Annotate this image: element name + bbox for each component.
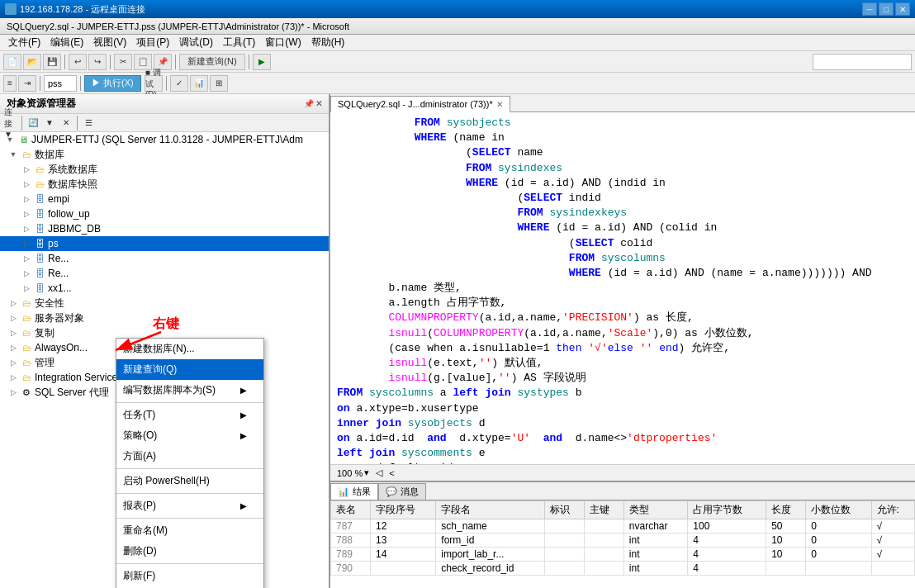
ctx-policy[interactable]: 策略(O) ▶ [116, 425, 263, 446]
undo-btn[interactable]: ↩ [69, 54, 87, 70]
cell-f1: 13 [371, 533, 436, 548]
open-btn[interactable]: 📂 [23, 54, 41, 70]
re2-expander: ▷ [20, 267, 33, 280]
parse-btn[interactable]: ✓ [170, 75, 188, 92]
format-btn[interactable]: ≡ [3, 75, 17, 92]
oe-close-icon[interactable]: ✕ [315, 99, 322, 108]
redo-btn[interactable]: ↪ [88, 54, 107, 70]
ctx-new-db[interactable]: 新建数据库(N)... [116, 339, 263, 359]
tree-db-snapshot[interactable]: ▷ 🗁 数据库快照 [0, 177, 329, 192]
close-btn[interactable]: ✕ [895, 2, 910, 16]
oe-connect-btn[interactable]: 连接▼ [3, 116, 18, 130]
jbbmc-expander: ▷ [20, 222, 33, 235]
sep3 [175, 55, 176, 69]
cell-f9: √ [871, 548, 915, 562]
main-area: 对象资源管理器 📌 ✕ 连接▼ 🔄 ▼ ✕ ☰ ▼ 🖥 JUMPER-ETTJ … [0, 94, 915, 588]
ctx-reports[interactable]: 报表(P) ▶ [116, 496, 263, 516]
menu-file[interactable]: 文件(F) [3, 34, 45, 51]
scroll-left-btn[interactable]: ◁ [376, 467, 382, 478]
results-tbody: 787 12 sch_name nvarchar 100 50 0 √ [331, 519, 915, 576]
tab-close-icon[interactable]: ✕ [496, 100, 503, 109]
tree-server-objects[interactable]: ▷ 🗁 服务器对象 [0, 311, 329, 325]
ctx-script-db[interactable]: 编写数据库脚本为(S) ▶ [116, 380, 263, 401]
cell-f5: nvarchar [623, 519, 688, 533]
tree-follow-up[interactable]: ▷ 🗄 follow_up [0, 206, 329, 221]
jbbmc-db-icon: 🗄 [33, 222, 46, 235]
grid-btn[interactable]: ⊞ [210, 75, 228, 92]
sql-line: WHERE (id = a.id) AND (colid in [337, 220, 908, 235]
main-toolbar-2: ≡ ⇥ pss ▶ 执行(X) ■ 调试(D) ✓ 📊 ⊞ [0, 73, 915, 94]
ctx-tasks[interactable]: 任务(T) ▶ [116, 405, 263, 425]
tree-ps[interactable]: ▷ 🗄 ps [0, 236, 329, 251]
menu-project[interactable]: 项目(P) [131, 34, 174, 51]
save-btn[interactable]: 💾 [43, 54, 61, 70]
table-row[interactable]: 787 12 sch_name nvarchar 100 50 0 √ [331, 519, 915, 533]
tree-server[interactable]: ▼ 🖥 JUMPER-ETTJ (SQL Server 11.0.3128 - … [0, 132, 329, 147]
cell-f6: 4 [688, 533, 766, 548]
tree-re1[interactable]: ▷ 🗄 Re... [0, 251, 329, 266]
ctx-facets[interactable]: 方面(A) [116, 446, 263, 467]
security-label: 安全性 [35, 296, 64, 311]
table-row[interactable]: 789 14 import_lab_r... int 4 10 0 √ [331, 548, 915, 562]
cell-f4 [584, 533, 623, 548]
mgmt-icon: 🗁 [20, 356, 33, 369]
oe-clear-btn[interactable]: ✕ [59, 116, 73, 130]
run-btn[interactable]: ▶ [253, 54, 271, 70]
server-obj-expander: ▷ [7, 311, 20, 325]
results-grid[interactable]: 表名 字段序号 字段名 标识 主键 类型 占用字节数 长度 小数位数 允许: [330, 500, 915, 588]
tab-messages[interactable]: 💬 消息 [378, 483, 426, 500]
oe-options-btn[interactable]: ☰ [81, 116, 96, 130]
ctx-new-query[interactable]: 新建查询(Q) [116, 359, 263, 380]
results-btn[interactable]: 📊 [190, 75, 208, 92]
scroll-indicator: < [389, 468, 394, 478]
menu-tools[interactable]: 工具(T) [218, 34, 260, 51]
tab-bar: SQLQuery2.sql - J...dministrator (73))* … [330, 94, 915, 112]
maximize-btn[interactable]: □ [879, 2, 894, 16]
db-dropdown[interactable]: pss [44, 75, 77, 92]
zoom-dropdown-icon[interactable]: ▾ [364, 467, 369, 478]
ctx-sep2 [116, 468, 263, 469]
menu-edit[interactable]: 编辑(E) [45, 34, 88, 51]
zoom-value: 100 % [337, 468, 363, 478]
search-dropdown[interactable] [813, 54, 912, 70]
ctx-refresh[interactable]: 刷新(F) [116, 566, 263, 586]
stop-btn[interactable]: ■ 调试(D) [145, 75, 163, 92]
tree-security[interactable]: ▷ 🗁 安全性 [0, 296, 329, 311]
tree-system-db[interactable]: ▷ 🗁 系统数据库 [0, 162, 329, 177]
sql-line: WHERE (id = a.id) AND (name = a.name))))… [337, 266, 908, 281]
re1-label: Re... [48, 253, 69, 264]
menu-debug[interactable]: 调试(D) [174, 34, 218, 51]
zoom-control[interactable]: 100 % ▾ [337, 467, 369, 478]
tree-empi[interactable]: ▷ 🗄 empi [0, 192, 329, 206]
tree-re2[interactable]: ▷ 🗄 Re... [0, 266, 329, 281]
sql-editor[interactable]: FROM sysobjects WHERE (name in (SELECT n… [330, 112, 915, 464]
sql-line: COLUMNPROPERTY(a.id,a.name,'PRECISION') … [337, 311, 908, 325]
tree-xx1[interactable]: ▷ 🗄 xx1... [0, 281, 329, 296]
sql-line: WHERE (name in [337, 130, 908, 145]
databases-expander: ▼ [7, 148, 20, 161]
ctx-delete[interactable]: 删除(D) [116, 541, 263, 562]
ctx-powershell[interactable]: 启动 PowerShell(H) [116, 471, 263, 491]
tab-results[interactable]: 📊 结果 [330, 483, 378, 500]
execute-btn[interactable]: ▶ 执行(X) [84, 75, 141, 92]
ctx-rename[interactable]: 重命名(M) [116, 520, 263, 541]
tree-jbbmc[interactable]: ▷ 🗄 JBBMC_DB [0, 221, 329, 236]
new-query-btn[interactable]: 新建查询(N) [179, 54, 245, 70]
cut-btn[interactable]: ✂ [114, 54, 132, 70]
menu-view[interactable]: 视图(V) [88, 34, 131, 51]
xx1-icon: 🗄 [33, 282, 46, 295]
tab-sqlquery[interactable]: SQLQuery2.sql - J...dministrator (73))* … [330, 96, 510, 112]
tree-databases[interactable]: ▼ 🗁 数据库 [0, 147, 329, 162]
indent-btn[interactable]: ⇥ [18, 75, 36, 92]
menu-window[interactable]: 窗口(W) [260, 34, 306, 51]
table-row[interactable]: 790 check_record_id int 4 [331, 562, 915, 576]
oe-filter-btn[interactable]: ▼ [42, 116, 57, 130]
table-row[interactable]: 788 13 form_id int 4 10 0 √ [331, 533, 915, 548]
oe-pin[interactable]: 📌 [304, 99, 314, 108]
new-file-btn[interactable]: 📄 [3, 54, 21, 70]
oe-refresh-btn[interactable]: 🔄 [26, 116, 40, 130]
minimize-btn[interactable]: ─ [862, 2, 877, 16]
menu-help[interactable]: 帮助(H) [306, 34, 350, 51]
editor-status-bar: 100 % ▾ ◁ < [330, 464, 915, 481]
cell-f8 [806, 562, 871, 576]
